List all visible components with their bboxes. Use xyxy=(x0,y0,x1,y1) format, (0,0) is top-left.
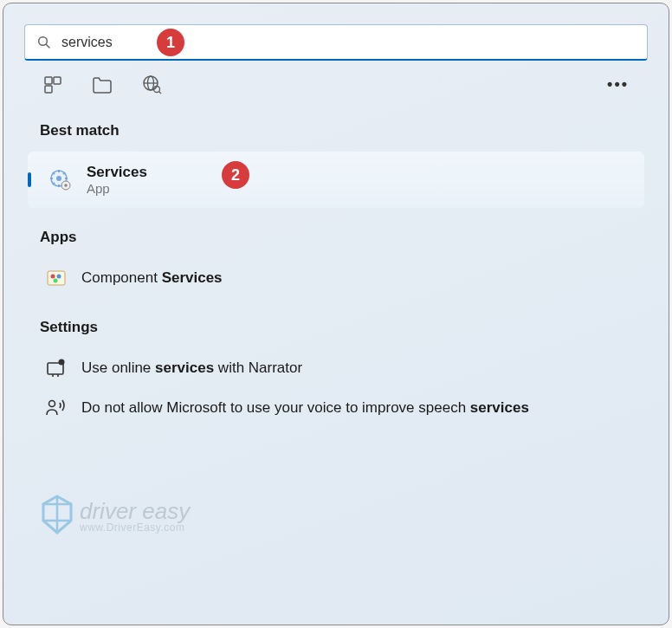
settings-result-speech[interactable]: Do not allow Microsoft to use your voice… xyxy=(24,388,648,428)
watermark-icon xyxy=(40,495,74,538)
apps-result-component-services[interactable]: Component Services xyxy=(24,258,648,298)
svg-rect-14 xyxy=(48,271,65,285)
svg-rect-4 xyxy=(45,86,52,93)
svg-point-17 xyxy=(54,279,58,283)
list-item-label: Component Services xyxy=(81,269,223,287)
settings-result-narrator[interactable]: Use online services with Narrator xyxy=(24,348,648,388)
section-best-match: Best match xyxy=(24,101,648,152)
component-services-icon xyxy=(45,267,68,289)
annotation-badge-1: 1 xyxy=(157,29,184,56)
svg-point-15 xyxy=(51,275,55,279)
list-item-label: Use online services with Narrator xyxy=(81,359,302,377)
svg-point-13 xyxy=(64,184,68,187)
svg-rect-3 xyxy=(54,77,61,84)
result-title: Services xyxy=(87,164,147,181)
best-match-result[interactable]: Services App 2 xyxy=(28,152,644,208)
speech-icon xyxy=(45,397,68,419)
section-apps: Apps xyxy=(24,208,648,258)
watermark-sub: www.DriverEasy.com xyxy=(80,522,190,533)
start-search-window: 1 ••• Best match Services App 2 Apps Com… xyxy=(3,3,669,625)
web-filter-icon[interactable] xyxy=(142,74,162,94)
list-item-label: Do not allow Microsoft to use your voice… xyxy=(81,399,529,417)
watermark-main: driver easy xyxy=(80,500,190,522)
services-app-icon xyxy=(48,168,73,192)
search-input[interactable] xyxy=(61,35,635,50)
apps-filter-icon[interactable] xyxy=(43,75,62,94)
search-icon xyxy=(37,36,51,49)
result-subtitle: App xyxy=(87,181,147,196)
search-bar[interactable]: 1 xyxy=(24,24,648,61)
svg-point-11 xyxy=(56,176,61,181)
more-options-icon[interactable]: ••• xyxy=(607,75,629,94)
svg-point-22 xyxy=(49,401,55,407)
section-settings: Settings xyxy=(24,298,648,348)
documents-filter-icon[interactable] xyxy=(92,75,113,94)
annotation-badge-2: 2 xyxy=(222,161,249,189)
svg-point-16 xyxy=(57,275,61,279)
svg-rect-2 xyxy=(45,77,52,84)
watermark: driver easy www.DriverEasy.com xyxy=(40,495,190,538)
svg-line-9 xyxy=(159,92,162,94)
svg-line-1 xyxy=(46,44,49,48)
narrator-icon xyxy=(45,357,68,379)
result-text-group: Services App xyxy=(87,164,147,196)
filter-row: ••• xyxy=(24,61,648,101)
svg-point-21 xyxy=(59,359,65,366)
